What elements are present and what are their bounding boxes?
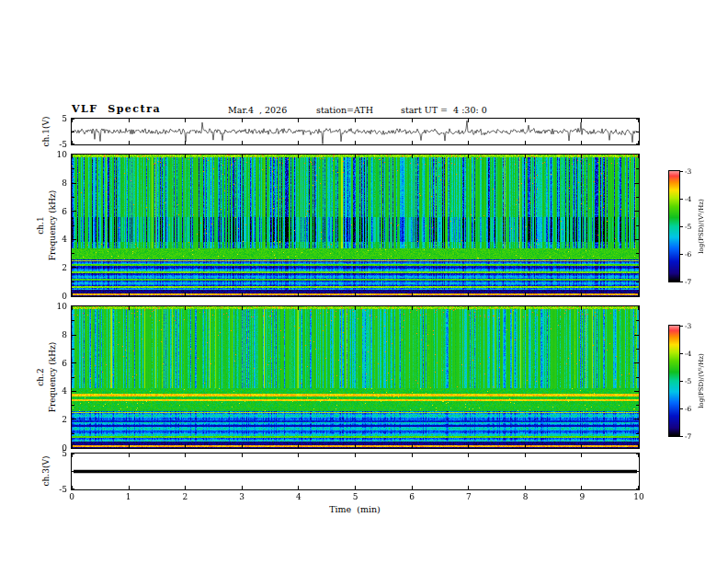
frequency-tick (72, 183, 76, 184)
voltage-tick (72, 132, 74, 132)
ch1-colorbar-label: log(PSD)/(V²/Hz) (698, 199, 705, 253)
ch1-colorbar-tick (680, 171, 683, 172)
ch1-voltage-axis-label: ch.1(V) (41, 117, 51, 147)
ch1-colorbar-tick-label: -6 (685, 250, 691, 259)
ch1-colorbar-tick (680, 282, 683, 282)
ch1-spec-channel-label: ch.1 (36, 216, 45, 234)
frequency-tick (72, 168, 74, 169)
minute-tick (355, 486, 356, 489)
frequency-tick (636, 433, 639, 434)
frequency-tick (72, 405, 74, 406)
minute-tick (298, 119, 299, 122)
minute-tick (355, 293, 356, 296)
time-tick-label: 1 (126, 492, 131, 501)
frequency-tick (72, 239, 76, 240)
minute-tick (412, 119, 413, 122)
minute-tick (185, 141, 186, 144)
minute-tick (185, 119, 186, 122)
ch2-colorbar-tick-label: -5 (685, 377, 691, 385)
ch1-colorbar-tick (680, 254, 683, 255)
minute-tick (468, 141, 469, 144)
frequency-tick (636, 168, 639, 169)
minute-tick (525, 306, 526, 310)
minute-tick (638, 306, 639, 310)
minute-tick (298, 454, 299, 457)
ch2-colorbar-tick-label: -3 (685, 322, 691, 330)
ch2-spec-channel-label: ch.2 (36, 368, 45, 385)
frequency-tick (636, 349, 639, 350)
minute-tick (129, 141, 130, 144)
minute-tick (525, 119, 526, 122)
minute-tick (468, 293, 469, 296)
ch1-spectrogram-panel (71, 154, 640, 297)
minute-tick (525, 141, 526, 144)
minute-tick (129, 306, 130, 310)
minute-tick (355, 454, 356, 457)
frequency-tick (634, 211, 639, 212)
frequency-tick (636, 253, 639, 254)
frequency-tick (72, 377, 74, 378)
ch2-spectrogram-canvas (72, 306, 639, 448)
ch2-colorbar-tick (680, 408, 683, 409)
minute-tick (242, 306, 243, 310)
minute-tick (242, 454, 243, 457)
ch2-frequency-tick-label: 6 (62, 359, 67, 368)
minute-tick (468, 444, 469, 448)
minute-tick (185, 486, 186, 489)
ch2-frequency-tick-label: 2 (62, 415, 67, 424)
minute-tick (468, 155, 469, 158)
minute-tick (525, 444, 526, 448)
ch1-frequency-tick-label: 10 (57, 150, 67, 159)
minute-tick (355, 141, 356, 144)
frequency-tick (634, 391, 639, 392)
minute-tick (185, 444, 186, 448)
minute-tick (242, 293, 243, 296)
ch2-frequency-tick-label: 8 (62, 330, 67, 339)
voltage-tick (636, 144, 639, 144)
ch2-colorbar-tick (680, 436, 683, 437)
minute-tick (525, 293, 526, 296)
minute-tick (185, 306, 186, 310)
minute-tick (129, 444, 130, 448)
minute-tick (581, 119, 582, 122)
start-time-label: start UT = 4 :30: 0 (401, 105, 487, 115)
vlf-spectra-figure: VLF Spectra Mar.4 , 2026 station=ATH sta… (0, 0, 728, 563)
minute-tick (242, 141, 243, 144)
time-tick-label: 7 (466, 492, 472, 501)
minute-tick (355, 306, 356, 310)
ch1-colorbar-tick-label: -3 (685, 167, 691, 176)
ch1-frequency-tick-label: 2 (62, 263, 67, 272)
minute-tick (129, 293, 130, 296)
time-tick-label: 10 (633, 492, 643, 501)
ch3-waveform-panel (71, 453, 640, 490)
frequency-tick (636, 282, 639, 282)
minute-tick (581, 155, 582, 158)
minute-tick (185, 454, 186, 457)
minute-tick (581, 293, 582, 296)
voltage-tick (72, 488, 74, 489)
frequency-tick (634, 239, 639, 240)
frequency-tick (72, 211, 76, 212)
minute-tick (72, 155, 73, 158)
ch3-voltage-axis-label: ch.3(V) (41, 456, 51, 487)
ch2-colorbar-tick (680, 353, 683, 354)
minute-tick (72, 293, 73, 296)
ch1-colorbar-tick (680, 199, 683, 200)
ch2-colorbar-tick (680, 381, 683, 382)
frequency-tick (72, 253, 74, 254)
minute-tick (242, 444, 243, 448)
ch3-voltage-tick-label: -5 (59, 485, 67, 494)
frequency-tick (634, 183, 639, 184)
time-tick-label: 4 (296, 492, 301, 501)
ch2-spectrogram-panel (71, 305, 640, 449)
ch1-frequency-tick-label: 6 (62, 207, 67, 216)
ch1-spec-frequency-axis-label: Frequency (kHz) (48, 190, 57, 261)
frequency-tick (72, 267, 76, 268)
frequency-tick (72, 433, 74, 434)
minute-tick (242, 486, 243, 489)
frequency-tick (636, 197, 639, 198)
time-tick-label: 9 (579, 492, 585, 501)
frequency-tick (634, 419, 639, 419)
figure-date: Mar.4 , 2026 (228, 105, 287, 115)
minute-tick (638, 155, 639, 158)
